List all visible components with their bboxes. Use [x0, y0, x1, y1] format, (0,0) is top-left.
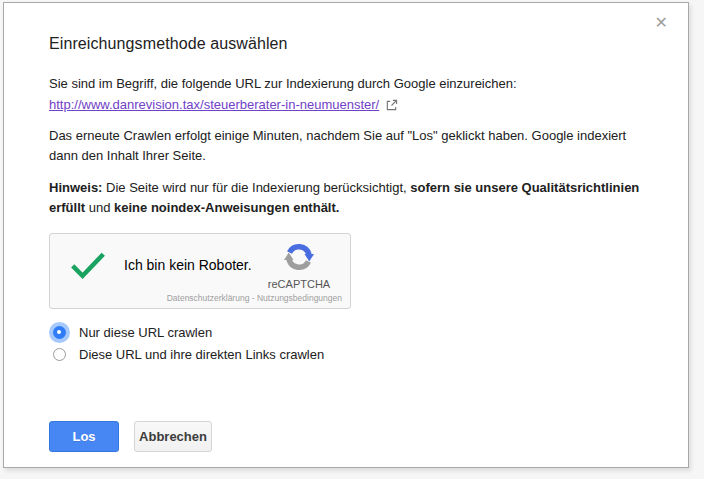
note-text: Hinweis: Die Seite wird nur für die Inde… [49, 178, 648, 218]
external-link-icon[interactable] [385, 99, 398, 112]
radio-label: Nur diese URL crawlen [79, 325, 212, 340]
note-segment: und [85, 200, 114, 215]
captcha-checkmark-icon[interactable] [70, 251, 106, 279]
recaptcha-widget: Ich bin kein Roboter. reCAPTCHA Datensch… [49, 233, 351, 309]
go-button[interactable]: Los [49, 421, 119, 452]
intro-text: Sie sind im Begriff, die folgende URL zu… [49, 74, 648, 94]
note-label: Hinweis: [49, 180, 102, 195]
note-segment: Die Seite wird nur für die Indexierung b… [102, 180, 410, 195]
radio-unselected-icon[interactable] [53, 348, 66, 361]
button-row: Los Abbrechen [49, 421, 648, 452]
radio-selected-icon[interactable] [53, 326, 66, 339]
crawl-options-group: Nur diese URL crawlen Diese URL und ihre… [49, 323, 648, 363]
close-icon[interactable]: ✕ [655, 15, 668, 31]
note-bold-noindex: keine noindex-Anweisungen enthält. [114, 200, 339, 215]
submission-url-link[interactable]: http://www.danrevision.tax/steuerberater… [49, 97, 379, 112]
recaptcha-logo-icon [283, 241, 315, 273]
captcha-label: Ich bin kein Roboter. [124, 257, 252, 273]
url-row: http://www.danrevision.tax/steuerberater… [49, 97, 648, 112]
cancel-button[interactable]: Abbrechen [134, 421, 212, 452]
page-title: Einreichungsmethode auswählen [49, 35, 648, 53]
recaptcha-terms-link[interactable]: Datenschutzerklärung - Nutzungsbedingung… [167, 293, 342, 303]
crawl-info-text: Das erneute Crawlen erfolgt einige Minut… [49, 126, 648, 166]
radio-label: Diese URL und ihre direkten Links crawle… [79, 347, 324, 362]
recaptcha-brand: reCAPTCHA [256, 278, 342, 290]
radio-option-only-url[interactable]: Nur diese URL crawlen [49, 323, 648, 341]
radio-option-direct-links[interactable]: Diese URL und ihre direkten Links crawle… [49, 345, 648, 363]
submission-dialog: ✕ Einreichungsmethode auswählen Sie sind… [3, 2, 689, 468]
